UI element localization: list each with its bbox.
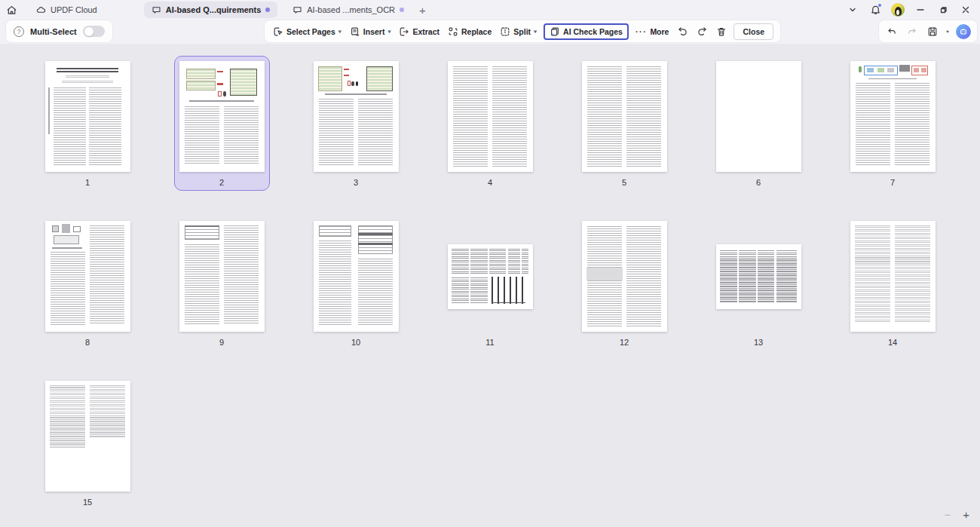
extract-button[interactable]: Extract: [397, 24, 441, 39]
insert-button[interactable]: Insert ▾: [348, 24, 393, 39]
page-thumbnail-8[interactable]: [45, 221, 130, 332]
page-cell: 3: [289, 56, 423, 191]
chevron-down-icon: [849, 6, 856, 14]
page-wrapper: 12: [577, 216, 672, 351]
page-thumbnail-14[interactable]: [850, 221, 936, 332]
tab-document-1[interactable]: AI-based Q...quirements: [144, 2, 278, 18]
ai-check-pages-icon: [550, 26, 560, 37]
button-label: More: [650, 27, 669, 36]
thumbnail-row-1: 1234567: [0, 56, 980, 191]
window-restore-button[interactable]: [933, 2, 953, 18]
extract-page-icon: [399, 26, 409, 37]
doc-undo-button[interactable]: [885, 25, 899, 38]
button-label: Replace: [461, 27, 492, 36]
redo-arrow-icon: [907, 26, 917, 37]
button-label: Extract: [412, 27, 439, 36]
page-thumbnail-1[interactable]: [45, 61, 130, 172]
page-thumbnail-2[interactable]: [179, 61, 265, 172]
zoom-in-button[interactable]: +: [963, 508, 969, 521]
page-cell: 11: [423, 216, 557, 351]
page-wrapper: 15: [40, 375, 136, 510]
thumbnail-box: [179, 61, 265, 172]
more-button[interactable]: ··· More: [634, 25, 671, 38]
page-thumbnail-5[interactable]: [582, 61, 667, 172]
help-button[interactable]: ?: [14, 26, 24, 37]
tab-label: AI-based Q...quirements: [166, 5, 262, 14]
window-close-button[interactable]: [956, 2, 975, 18]
tab-label: UPDF Cloud: [51, 5, 97, 14]
thumbnail-box: [45, 221, 130, 332]
page-number: 7: [890, 178, 895, 188]
tab-document-2[interactable]: AI-based ...ments_OCR: [285, 2, 412, 18]
page-thumbnail-7[interactable]: [850, 61, 936, 172]
page-number: 10: [351, 338, 360, 348]
page-number: 13: [754, 338, 763, 348]
restore-icon: [939, 5, 948, 14]
ai-assistant-button[interactable]: [956, 24, 971, 39]
home-button[interactable]: [0, 5, 23, 16]
window-minimize-button[interactable]: [911, 2, 930, 18]
page-thumbnail-10[interactable]: [314, 221, 399, 332]
save-icon: [927, 26, 938, 37]
select-pages-button[interactable]: Select Pages ▾: [271, 24, 343, 39]
page-wrapper: 9: [174, 216, 270, 351]
save-chevron-icon[interactable]: ▾: [946, 29, 949, 34]
multi-select-toggle[interactable]: [83, 26, 105, 37]
multi-select-group: ? Multi-Select: [6, 20, 112, 42]
doc-redo-button[interactable]: [905, 25, 919, 38]
page-thumbnail-6[interactable]: [716, 61, 801, 172]
redo-button[interactable]: [695, 24, 709, 38]
page-cell: 13: [691, 216, 825, 351]
page-organizer-canvas: 1234567 891011121314 15 − +: [0, 44, 980, 527]
document-tab-icon: [152, 5, 161, 15]
page-cell: 8: [20, 216, 155, 351]
button-label: Split: [513, 27, 531, 36]
page-wrapper: 13: [711, 216, 807, 351]
unsaved-dot: [400, 8, 404, 12]
page-wrapper: 10: [308, 216, 404, 351]
split-button[interactable]: Split ▾: [498, 24, 538, 39]
page-number: 8: [85, 338, 90, 348]
page-number: 1: [85, 178, 90, 188]
titlebar-right: [843, 0, 980, 20]
account-avatar[interactable]: [888, 2, 908, 18]
thumbnail-box: [850, 61, 936, 172]
titlebar: UPDF Cloud AI-based Q...quirements AI-ba…: [0, 0, 980, 20]
page-thumbnail-3[interactable]: [314, 61, 399, 172]
minimize-icon: [916, 5, 925, 14]
page-thumbnail-13[interactable]: [716, 244, 801, 309]
page-cell: 4: [423, 56, 557, 191]
titlebar-chevron-down-button[interactable]: [843, 2, 862, 18]
tab-updf-cloud[interactable]: UPDF Cloud: [29, 2, 105, 18]
thumbnail-box: [716, 61, 801, 172]
page-thumbnail-11[interactable]: [448, 244, 533, 309]
page-wrapper: 3: [308, 56, 404, 191]
insert-page-icon: [350, 26, 360, 37]
page-wrapper: 7: [845, 56, 941, 191]
zoom-out-button[interactable]: −: [944, 508, 951, 521]
page-wrapper: 4: [443, 56, 538, 191]
page-thumbnail-15[interactable]: [45, 381, 130, 492]
thumbnail-box: [179, 221, 265, 332]
thumbnail-box: [45, 381, 130, 492]
page-thumbnail-4[interactable]: [448, 61, 533, 172]
new-tab-button[interactable]: +: [412, 4, 433, 17]
chevron-down-icon: ▾: [387, 29, 390, 34]
toggle-knob: [84, 27, 93, 36]
notifications-button[interactable]: [865, 2, 885, 18]
save-button[interactable]: [926, 25, 939, 38]
close-organize-button[interactable]: Close: [733, 23, 773, 40]
page-cell: 7: [825, 56, 960, 191]
ai-check-pages-button[interactable]: AI Check Pages: [544, 23, 629, 40]
page-cell: 12: [557, 216, 691, 351]
chevron-down-icon: ▾: [534, 29, 537, 34]
button-label: Select Pages: [286, 27, 335, 36]
page-thumbnail-12[interactable]: [582, 221, 667, 332]
replace-button[interactable]: Replace: [446, 24, 493, 39]
undo-button[interactable]: [675, 24, 690, 38]
delete-button[interactable]: [715, 25, 728, 38]
more-dots-icon: ···: [635, 27, 648, 36]
page-cell: 14: [825, 216, 960, 351]
page-thumbnail-9[interactable]: [179, 221, 265, 332]
page-tools-group: Select Pages ▾ Insert ▾ Extract Replace …: [265, 20, 780, 42]
